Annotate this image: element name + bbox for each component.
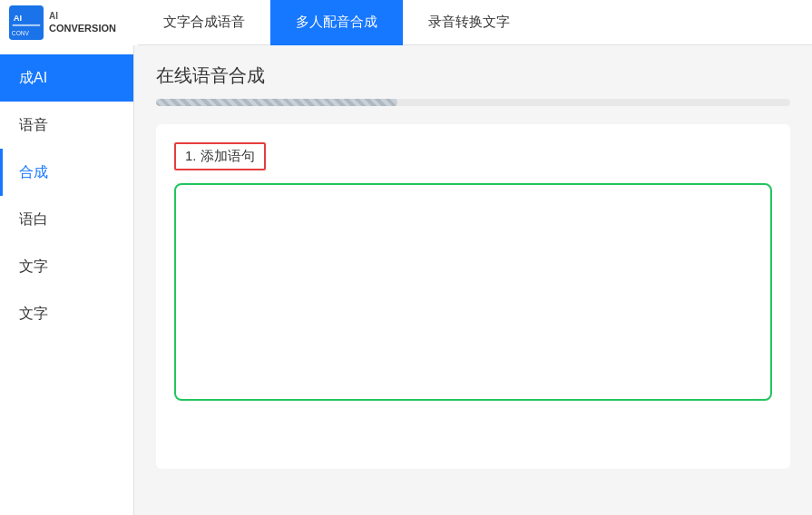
tab-multi[interactable]: 多人配音合成 bbox=[270, 0, 403, 45]
sidebar-item-text1[interactable]: 文字 bbox=[0, 243, 133, 290]
sidebar-item-dubbing[interactable]: 语白 bbox=[0, 196, 133, 243]
logo-area: AI CONV AI CONVERSION bbox=[0, 0, 138, 45]
sentence-input[interactable] bbox=[174, 183, 772, 401]
step1-label: 1. 添加语句 bbox=[185, 148, 255, 163]
tab-tts[interactable]: 文字合成语音 bbox=[138, 0, 270, 45]
logo-text: AI CONVERSION bbox=[49, 10, 116, 34]
header: AI CONV AI CONVERSION 文字合成语音 多人配音合成 录音转换… bbox=[0, 0, 812, 45]
tab-asr[interactable]: 录音转换文字 bbox=[403, 0, 535, 45]
step1-label-wrapper: 1. 添加语句 bbox=[174, 142, 266, 170]
main-content: 在线语音合成 1. 添加语句 bbox=[134, 45, 812, 515]
svg-rect-2 bbox=[13, 24, 40, 25]
sidebar-item-audio[interactable]: 语音 bbox=[0, 102, 133, 149]
sidebar-item-synthesis[interactable]: 合成 bbox=[0, 149, 133, 196]
logo-icon: AI CONV bbox=[9, 5, 44, 40]
svg-text:AI: AI bbox=[14, 13, 23, 23]
content-panel: 1. 添加语句 bbox=[156, 124, 790, 469]
sidebar-item-synthesis-ai[interactable]: 成AI bbox=[0, 54, 133, 102]
sidebar: 成AI 语音 合成 语白 文字 文字 bbox=[0, 45, 134, 515]
page-title: 在线语音合成 bbox=[156, 63, 790, 88]
layout: 成AI 语音 合成 语白 文字 文字 在线语音合成 1. 添加语句 bbox=[0, 45, 812, 515]
svg-text:CONV: CONV bbox=[12, 30, 30, 36]
progress-bar-container bbox=[156, 99, 790, 106]
progress-bar-fill bbox=[156, 99, 397, 106]
nav-tabs: 文字合成语音 多人配音合成 录音转换文字 bbox=[138, 0, 812, 45]
sidebar-item-text2[interactable]: 文字 bbox=[0, 290, 133, 337]
